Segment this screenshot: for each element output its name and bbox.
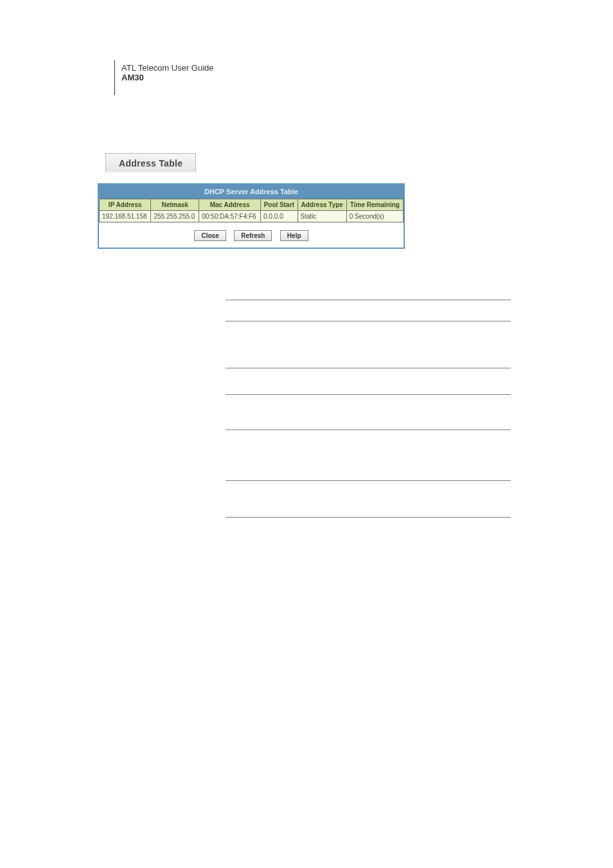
table-row: 192.168.51.158255.255.255.000:50:DA:57:F… [100,211,404,222]
table-cell-ip: 192.168.51.158 [100,211,151,222]
horizontal-rule [226,480,511,481]
horizontal-rule [226,429,511,430]
col-ip-address: IP Address [100,199,151,211]
col-address-type: Address Type [298,199,346,211]
col-mac-address: Mac Address [199,199,261,211]
panel-title: DHCP Server Address Table [99,185,404,199]
dhcp-address-table-panel: DHCP Server Address Table IP Address Net… [98,183,405,249]
col-time-remaining: Time Remaining [346,199,403,211]
horizontal-rule [226,394,511,395]
table-header-row: IP Address Netmask Mac Address Pool Star… [100,199,404,211]
horizontal-rule [226,321,511,321]
button-row: Close Refresh Help [99,222,404,248]
tab-address-table[interactable]: Address Table [105,153,196,172]
tab-row: Address Table [105,153,196,172]
close-button[interactable]: Close [194,230,226,241]
horizontal-rule [226,368,511,368]
table-cell-netmask: 255.255.255.0 [151,211,199,222]
horizontal-rule [226,517,511,518]
table-cell-mac: 00:50:DA:57:F4:F6 [199,211,261,222]
col-pool-start: Pool Start [260,199,298,211]
refresh-button[interactable]: Refresh [234,230,272,241]
doc-header-line2: AM30 [121,73,214,82]
table-cell-pool_start: 0.0.0.0 [260,211,298,222]
col-netmask: Netmask [151,199,199,211]
table-cell-addr_type: Static [298,211,346,222]
table-cell-time_remaining: 0 Second(s) [346,211,403,222]
dhcp-table: IP Address Netmask Mac Address Pool Star… [99,199,404,222]
doc-header: ATL Telecom User Guide AM30 [114,60,214,95]
help-button[interactable]: Help [280,230,308,241]
horizontal-rules [226,300,511,518]
doc-header-line1: ATL Telecom User Guide [121,63,214,73]
horizontal-rule [226,300,511,300]
